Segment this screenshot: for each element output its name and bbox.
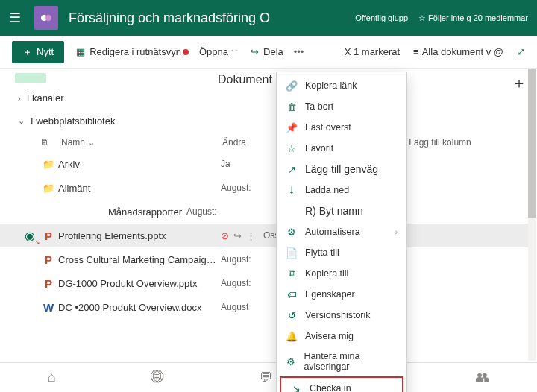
file-type-icon: P↘ [39,230,58,242]
follow-label[interactable]: ☆ Följer inte g 20 medlemmar [418,13,528,23]
context-props[interactable]: 🏷Egenskaper [277,284,406,305]
history-icon: ↺ [286,309,298,321]
new-button[interactable]: ＋ Nytt [12,41,64,63]
share-row-icon[interactable]: ↪ [233,230,242,241]
table-row[interactable]: 📁AllmäntAugust: [0,176,528,200]
check-circle-icon: ◉ [25,229,35,243]
table-row[interactable]: ◉P↘Profilering Elements.pptx⊘↪⋮Ossn [0,224,528,247]
bottom-nav: ⌂ 🌐︎ 💬︎ ▤ 👥︎ [0,362,537,392]
file-icon: 🗎 [40,137,49,148]
app-header: ☰ Försäljning och marknadsföring O Offen… [0,0,537,36]
alert-icon: 🔔 [286,330,298,342]
move-icon: 📄 [286,247,298,259]
context-link[interactable]: 🔗Kopiera länk [277,75,406,96]
add-column[interactable]: + Lägg till kolumn [401,137,471,148]
svg-point-1 [45,15,51,21]
edit-grid-button[interactable]: ▦ Redigera i rutnätsvyn [75,46,189,58]
hamburger-icon[interactable]: ☰ [9,10,24,26]
file-name: Profilering Elements.pptx [58,230,221,241]
table-row[interactable]: WDC •2000 Produkt Overview.docxAugust [0,295,528,319]
people-icon[interactable]: 👥︎ [476,370,489,385]
file-type-icon: P [39,277,58,290]
context-history[interactable]: ↺Versionshistorik [277,305,406,326]
open-button[interactable]: Öppna ﹀ [199,46,238,57]
file-name: DG-1000 Produkt Overview.pptx [58,278,221,289]
chevron-down-icon: ⌄ [18,116,25,126]
globe-icon[interactable]: 🌐︎ [151,370,164,385]
context-trash[interactable]: 🗑Ta bort [277,96,406,117]
command-bar: ＋ Nytt ▦ Redigera i rutnätsvyn Öppna ﹀ ↪… [0,36,537,69]
context-star[interactable]: ☆Favorit [277,138,406,159]
add-button[interactable]: ＋ [512,73,527,93]
chat-icon[interactable]: 💬︎ [260,370,273,385]
manage-icon: ⚙ [286,355,296,367]
context-manage[interactable]: ⚙Hantera mina aviseringar [277,347,406,376]
context-shortcut[interactable]: ↗Lägg till genväg [277,159,406,180]
chevron-right-icon: › [18,94,21,103]
table-row[interactable]: MånadsrapporterAugust: [0,200,528,224]
context-auto[interactable]: ⚙Automatisera› [277,221,406,242]
context-checkin[interactable]: ↘Checka in [280,376,403,392]
more-row-icon[interactable]: ⋮ [246,230,256,241]
context-copy[interactable]: ⧉Kopiera till [277,263,406,284]
file-type-icon: 📁 [39,159,58,170]
context-move[interactable]: 📄Flytta till [277,242,406,263]
file-name: Cross Cultural Marketing Campaigns.pptx [58,254,221,265]
rename-icon [286,205,298,217]
grid-icon: ▦ [75,46,87,58]
link-icon: 🔗 [286,80,298,92]
share-icon: ↪ [248,46,260,58]
table-row[interactable]: PCross Cultural Marketing Campaigns.pptx… [0,247,528,271]
star-icon: ☆ [286,142,298,154]
file-name: Arkiv [58,159,221,170]
group-type-label: Offentlig giupp [355,13,408,22]
trash-icon: 🗑 [286,101,298,113]
table-row[interactable]: PDG-1000 Produkt Overview.pptxAugust:p [0,271,528,295]
file-type-icon: P [39,253,58,266]
more-button[interactable]: ••• [294,46,304,57]
download-icon: ⭳ [286,184,298,196]
checkin-icon: ↘ [290,382,302,392]
file-list: 📁ArkivJa📁AllmäntAugust:MånadsrapporterAu… [0,152,528,319]
content-area: Dokument ›I kanaler ⌄I webbplatsbibliote… [0,69,528,361]
context-download[interactable]: ⭳Ladda ned [277,180,406,200]
site-title: Försäljning och marknadsföring O [69,10,355,26]
file-type-icon: 📁 [39,183,58,194]
file-type-icon: W [39,301,58,314]
badge-icon [183,49,189,55]
props-icon: 🏷 [286,288,298,300]
auto-icon: ⚙ [286,226,298,238]
pin-icon: 📌 [286,121,298,133]
nav-channels[interactable]: ›I kanaler [0,86,528,110]
view-selector[interactable]: ≡ Alla dokument v @ [413,46,503,57]
column-headers: 🗎 Namn ⌄ Ändra y ⌄ + Lägg till kolumn [0,133,528,152]
selection-count: X 1 markerat [345,46,400,57]
site-logo[interactable] [34,6,58,30]
file-name: Allmänt [58,183,221,194]
file-name: DC •2000 Produkt Overview.docx [58,302,221,313]
scrollbar[interactable] [528,69,536,361]
shortcut-icon: ↗ [286,163,298,175]
table-row[interactable]: 📁ArkivJa [0,152,528,176]
context-rename[interactable]: R) Byt namn [277,200,406,221]
col-name[interactable]: Namn ⌄ [61,137,222,148]
copy-icon: ⧉ [286,268,298,279]
context-menu: 🔗Kopiera länk🗑Ta bort📌Fäst överst☆Favori… [276,72,407,392]
share-button[interactable]: ↪ Dela [248,46,283,58]
context-alert[interactable]: 🔔Avisera mig [277,326,406,347]
highlight-block [15,73,46,83]
expand-icon[interactable]: ⤢ [517,46,525,57]
nav-site-libs[interactable]: ⌄I webbplatsbibliotek [0,110,528,133]
context-pin[interactable]: 📌Fäst överst [277,117,406,138]
cancel-icon[interactable]: ⊘ [221,230,229,241]
home-icon[interactable]: ⌂ [48,370,56,385]
